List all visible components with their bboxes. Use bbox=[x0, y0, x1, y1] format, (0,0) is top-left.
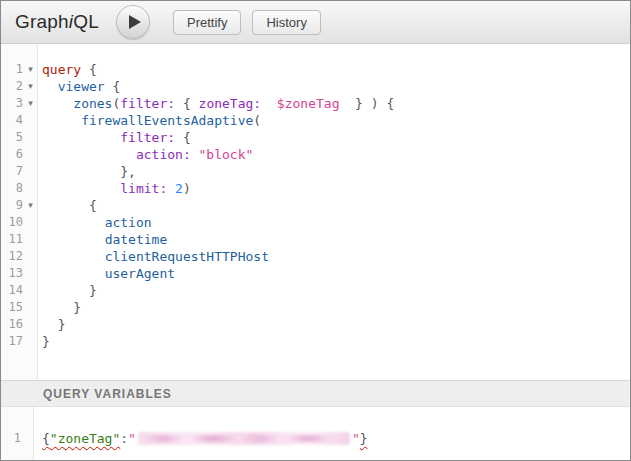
fold-arrow-icon[interactable]: ▾ bbox=[23, 95, 38, 112]
line-number: 2 bbox=[1, 78, 23, 95]
variables-line[interactable]: 1 {"zoneTag":""} bbox=[1, 407, 630, 447]
code-text: limit: 2) bbox=[38, 180, 191, 197]
fold-gutter-spacer bbox=[23, 316, 38, 333]
fold-gutter-spacer bbox=[23, 299, 38, 316]
code-text: firewallEventsAdaptive( bbox=[38, 112, 261, 129]
code-line[interactable]: 17} bbox=[1, 333, 630, 350]
code-lines: 1▾query {2▾ viewer {3▾ zones(filter: { z… bbox=[1, 44, 630, 350]
token-f: datetime bbox=[105, 232, 168, 247]
code-text: datetime bbox=[38, 231, 167, 248]
fold-gutter-spacer bbox=[23, 112, 38, 129]
token-p: ( bbox=[253, 113, 261, 128]
fold-arrow-icon[interactable]: ▾ bbox=[23, 61, 38, 78]
query-variables-pane: QUERY VARIABLES 1 {"zoneTag":""} bbox=[1, 380, 630, 460]
token-p: } bbox=[73, 300, 81, 315]
token-p: { bbox=[175, 130, 191, 145]
code-line[interactable]: 9▾ { bbox=[1, 197, 630, 214]
fold-gutter-spacer bbox=[23, 231, 38, 248]
token-f: zones bbox=[73, 96, 112, 111]
json-open-quote: " bbox=[128, 430, 136, 447]
token-k: query bbox=[42, 62, 81, 77]
json-close-brace: } bbox=[360, 430, 368, 447]
toolbar: GraphiQL Prettify History bbox=[1, 1, 630, 44]
token-p: } bbox=[42, 334, 50, 349]
line-number: 17 bbox=[1, 333, 23, 350]
code-line[interactable]: 4 firewallEventsAdaptive( bbox=[1, 112, 630, 129]
history-button[interactable]: History bbox=[252, 10, 320, 35]
code-text: filter: { bbox=[38, 129, 191, 146]
token-a: action: bbox=[136, 147, 191, 162]
token-f: clientRequestHTTPHost bbox=[105, 249, 269, 264]
code-line[interactable]: 7 }, bbox=[1, 163, 630, 180]
execute-query-button[interactable] bbox=[116, 5, 150, 39]
query-variables-header[interactable]: QUERY VARIABLES bbox=[1, 381, 630, 407]
line-number: 14 bbox=[1, 282, 23, 299]
play-icon bbox=[129, 15, 141, 29]
token-p: }, bbox=[120, 164, 136, 179]
code-line[interactable]: 1▾query { bbox=[1, 61, 630, 78]
line-number: 15 bbox=[1, 299, 23, 316]
code-line[interactable]: 11 datetime bbox=[1, 231, 630, 248]
code-text: } bbox=[38, 282, 97, 299]
graphiql-logo: GraphiQL bbox=[15, 11, 99, 33]
code-line[interactable]: 12 clientRequestHTTPHost bbox=[1, 248, 630, 265]
fold-gutter-spacer bbox=[23, 180, 38, 197]
code-text: } bbox=[38, 333, 50, 350]
code-line[interactable]: 10 action bbox=[1, 214, 630, 231]
token-p bbox=[261, 96, 277, 111]
code-line[interactable]: 16 } bbox=[1, 316, 630, 333]
token-f: firewallEventsAdaptive bbox=[81, 113, 253, 128]
code-line[interactable]: 15 } bbox=[1, 299, 630, 316]
token-p bbox=[191, 147, 199, 162]
token-a: filter: bbox=[120, 96, 175, 111]
fold-gutter-spacer bbox=[23, 214, 38, 231]
code-line[interactable]: 6 action: "block" bbox=[1, 146, 630, 163]
code-text: viewer { bbox=[38, 78, 120, 95]
token-a: limit: bbox=[120, 181, 167, 196]
line-number: 11 bbox=[1, 231, 23, 248]
token-a: zoneTag: bbox=[199, 96, 262, 111]
code-text: }, bbox=[38, 163, 136, 180]
code-line[interactable]: 14 } bbox=[1, 282, 630, 299]
logo-text-pre: Graph bbox=[15, 11, 69, 32]
token-f: userAgent bbox=[105, 266, 175, 281]
token-p: ) bbox=[183, 181, 191, 196]
code-line[interactable]: 3▾ zones(filter: { zoneTag: $zoneTag } )… bbox=[1, 95, 630, 112]
code-line[interactable]: 13 userAgent bbox=[1, 265, 630, 282]
code-text: userAgent bbox=[38, 265, 175, 282]
line-number: 13 bbox=[1, 265, 23, 282]
prettify-button[interactable]: Prettify bbox=[173, 10, 241, 35]
code-line[interactable]: 2▾ viewer { bbox=[1, 78, 630, 95]
graphiql-app: GraphiQL Prettify History 1▾query {2▾ vi… bbox=[0, 0, 631, 461]
line-number: 10 bbox=[1, 214, 23, 231]
line-number: 16 bbox=[1, 316, 23, 333]
fold-arrow-icon[interactable]: ▾ bbox=[23, 197, 38, 214]
fold-gutter-spacer bbox=[23, 146, 38, 163]
token-s: "block" bbox=[199, 147, 254, 162]
json-close-quote: " bbox=[352, 430, 360, 447]
variables-line-number: 1 bbox=[1, 430, 34, 447]
token-p: { bbox=[105, 79, 121, 94]
variables-editor[interactable]: 1 {"zoneTag":""} bbox=[1, 407, 630, 460]
fold-gutter-spacer bbox=[23, 248, 38, 265]
token-p: { bbox=[89, 198, 97, 213]
token-p: { bbox=[81, 62, 97, 77]
line-number: 6 bbox=[1, 146, 23, 163]
fold-gutter-spacer bbox=[23, 163, 38, 180]
fold-gutter-spacer bbox=[23, 333, 38, 350]
line-number: 1 bbox=[1, 61, 23, 78]
line-number: 3 bbox=[1, 95, 23, 112]
fold-gutter-spacer bbox=[23, 282, 38, 299]
line-number: 9 bbox=[1, 197, 23, 214]
fold-gutter-spacer bbox=[23, 129, 38, 146]
code-text: { bbox=[38, 197, 97, 214]
code-text: clientRequestHTTPHost bbox=[38, 248, 269, 265]
code-text: action bbox=[38, 214, 152, 231]
token-p bbox=[167, 181, 175, 196]
code-text: query { bbox=[38, 61, 97, 78]
query-editor[interactable]: 1▾query {2▾ viewer {3▾ zones(filter: { z… bbox=[1, 44, 630, 380]
variables-code: {"zoneTag":""} bbox=[34, 430, 368, 447]
code-line[interactable]: 5 filter: { bbox=[1, 129, 630, 146]
code-line[interactable]: 8 limit: 2) bbox=[1, 180, 630, 197]
fold-arrow-icon[interactable]: ▾ bbox=[23, 78, 38, 95]
